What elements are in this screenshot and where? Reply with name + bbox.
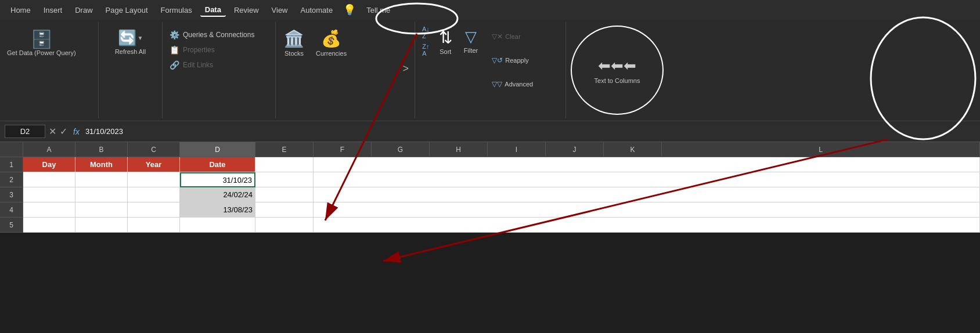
cell-d3[interactable]: 24/02/24 (180, 187, 255, 202)
menu-formulas[interactable]: Formulas (156, 4, 197, 16)
menu-draw[interactable]: Draw (70, 4, 97, 16)
sort-az-buttons: A↓Z Z↑A (420, 26, 432, 57)
filter-label: Filter (464, 47, 478, 54)
cell-a4[interactable] (23, 202, 75, 218)
col-header-a[interactable]: A (23, 142, 75, 157)
cell-e5[interactable] (255, 218, 314, 233)
row-num-corner (0, 142, 23, 157)
get-data-group: 🗄️ Get Data (Power Query) (0, 22, 99, 118)
table-row: 2 31/10/23 (0, 172, 980, 187)
advanced-label: Advanced (505, 81, 533, 88)
col-header-h[interactable]: H (430, 142, 488, 157)
reapply-label: Reapply (505, 57, 528, 64)
col-header-k[interactable]: K (604, 142, 662, 157)
menu-tell-me[interactable]: Tell me (362, 4, 395, 16)
cell-c3[interactable] (128, 187, 180, 202)
sort-az-button[interactable]: A↓Z (422, 26, 430, 39)
cell-b3[interactable] (75, 187, 128, 202)
cell-d5[interactable] (180, 218, 255, 233)
cell-remaining-1[interactable] (314, 157, 980, 172)
cell-a5[interactable] (23, 218, 75, 233)
spreadsheet: A B C D E F G H I J K L 1 Day Month Year… (0, 142, 980, 233)
cell-remaining-2[interactable] (314, 172, 980, 187)
col-header-b[interactable]: B (75, 142, 128, 157)
sort-button[interactable]: ⇅ Sort (434, 26, 457, 57)
get-data-button[interactable]: 🗄️ Get Data (Power Query) (5, 27, 78, 59)
currencies-label: Currencies (316, 50, 347, 57)
cell-a1[interactable]: Day (23, 157, 75, 172)
queries-connections-button[interactable]: ⚙️ Queries & Connections (167, 29, 271, 41)
cell-c4[interactable] (128, 202, 180, 218)
stocks-button[interactable]: 🏛️ Stocks (280, 27, 308, 59)
col-header-f[interactable]: F (314, 142, 372, 157)
filter-options: ▽✕ Clear ▽↺ Reapply ▽▽ Advanced (485, 26, 536, 95)
sort-filter-group: A↓Z Z↑A ⇅ Sort ▽ Filter ▽✕ Clear ▽↺ Reap… (415, 22, 566, 118)
cell-d2[interactable]: 31/10/23 (180, 172, 255, 187)
cell-a2[interactable] (23, 172, 75, 187)
cell-d1[interactable]: Date (180, 157, 255, 172)
table-row: 5 (0, 218, 980, 233)
queries-connections-label: Queries & Connections (183, 31, 254, 39)
edit-links-label: Edit Links (183, 61, 213, 69)
col-header-c[interactable]: C (128, 142, 180, 157)
col-header-j[interactable]: J (546, 142, 604, 157)
data-types-group: 🏛️ Stocks 💰 Currencies > (276, 22, 415, 118)
col-header-d[interactable]: D (180, 142, 255, 157)
reapply-button[interactable]: ▽↺ Reapply (488, 55, 536, 66)
menu-home[interactable]: Home (6, 4, 35, 16)
cell-a3[interactable] (23, 187, 75, 202)
edit-links-button[interactable]: 🔗 Edit Links (167, 59, 271, 71)
properties-button[interactable]: 📋 Properties (167, 44, 271, 56)
properties-label: Properties (183, 46, 215, 54)
menu-insert[interactable]: Insert (39, 4, 67, 16)
menu-page-layout[interactable]: Page Layout (101, 4, 153, 16)
cell-d4[interactable]: 13/08/23 (180, 202, 255, 218)
cell-reference-input[interactable] (5, 125, 45, 138)
menu-automate[interactable]: Automate (296, 4, 338, 16)
cell-e1[interactable] (255, 157, 314, 172)
clear-button[interactable]: ▽✕ Clear (488, 31, 536, 42)
cell-e2[interactable] (255, 172, 314, 187)
cell-e4[interactable] (255, 202, 314, 218)
refresh-all-button[interactable]: 🔄 ▼ Refresh All (103, 29, 157, 55)
cell-remaining-3[interactable] (314, 187, 980, 202)
cell-b5[interactable] (75, 218, 128, 233)
advanced-button[interactable]: ▽▽ Advanced (488, 79, 536, 89)
cell-e3[interactable] (255, 187, 314, 202)
col-header-e[interactable]: E (255, 142, 314, 157)
row-num-3: 3 (0, 187, 23, 202)
filter-button[interactable]: ▽ Filter (459, 26, 482, 56)
text-to-columns-group: ⬅⬅⬅ Text to Columns (571, 26, 664, 115)
menu-view[interactable]: View (267, 4, 293, 16)
row-num-4: 4 (0, 202, 23, 218)
col-header-i[interactable]: I (488, 142, 546, 157)
currencies-button[interactable]: 💰 Currencies (312, 27, 350, 59)
table-row: 1 Day Month Year Date (0, 157, 980, 172)
cell-b2[interactable] (75, 172, 128, 187)
menu-data[interactable]: Data (200, 3, 226, 17)
sort-za-button[interactable]: Z↑A (422, 43, 429, 57)
ribbon: 🗄️ Get Data (Power Query) 🔄 ▼ Refresh Al… (0, 20, 980, 121)
cell-remaining-4[interactable] (314, 202, 980, 218)
formula-bar-controls: ✕ ✓ (49, 126, 67, 137)
cell-c5[interactable] (128, 218, 180, 233)
refresh-all-group: 🔄 ▼ Refresh All (99, 22, 163, 118)
cell-c2[interactable] (128, 172, 180, 187)
menu-review[interactable]: Review (229, 4, 264, 16)
confirm-icon[interactable]: ✓ (60, 126, 67, 137)
column-headers: A B C D E F G H I J K L (0, 142, 980, 157)
text-to-columns-button[interactable]: ⬅⬅⬅ Text to Columns (589, 53, 646, 88)
menu-bar: Home Insert Draw Page Layout Formulas Da… (0, 0, 980, 20)
sheet-rows: 1 Day Month Year Date 2 31/10/23 3 24/02… (0, 157, 980, 233)
cancel-icon[interactable]: ✕ (49, 126, 56, 137)
col-header-g[interactable]: G (372, 142, 430, 157)
cell-b4[interactable] (75, 202, 128, 218)
table-row: 3 24/02/24 (0, 187, 980, 202)
cell-c1[interactable]: Year (128, 157, 180, 172)
col-header-l[interactable]: L (662, 142, 980, 157)
cell-remaining-5[interactable] (314, 218, 980, 233)
cell-b1[interactable]: Month (75, 157, 128, 172)
row-num-1: 1 (0, 157, 23, 172)
more-data-types-button[interactable]: > (402, 63, 409, 75)
sort-label: Sort (439, 48, 451, 55)
